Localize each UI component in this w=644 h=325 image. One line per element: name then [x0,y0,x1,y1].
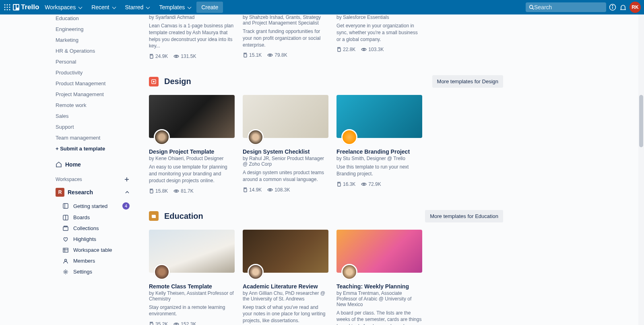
sidebar-cat-team-management[interactable]: Team management [52,132,133,143]
ws-item-members[interactable]: Members [52,255,133,266]
design-section-icon [149,77,159,86]
section-title-design: Design [164,77,191,86]
card-desc: Get everyone in your organization in syn… [336,23,422,43]
sidebar-cat-project-management[interactable]: Project Management [52,89,133,100]
workspace-row-research[interactable]: R Research [52,185,133,200]
sidebar-cat-personal[interactable]: Personal [52,56,133,67]
svg-point-41 [270,189,271,191]
boards-icon [63,215,69,220]
card-author: by Emma Trentman, Associate Professor of… [336,290,422,307]
svg-point-16 [612,5,613,6]
template-card[interactable]: Freelance Branding Project by Stu Smith,… [336,95,422,193]
ws-item-workspace-table[interactable]: Workspace table [52,245,133,255]
apps-icon[interactable] [3,3,11,11]
home-icon [56,161,62,168]
svg-rect-40 [244,189,247,192]
scrollbar-thumb[interactable] [639,95,643,147]
menu-recent[interactable]: Recent [87,2,119,13]
search-box[interactable] [526,2,606,12]
svg-rect-23 [63,227,68,230]
card-avatar [341,129,357,145]
ws-item-collections[interactable]: Collections [52,223,133,234]
template-card[interactable]: Teaching: Weekly Planning by Emma Trentm… [336,230,422,325]
gear-icon [63,269,69,275]
copy-icon [149,322,154,325]
svg-point-8 [9,9,10,10]
card-stats: 22.8K 103.3K [336,47,422,52]
template-card[interactable]: Design Project Template by Kene Ohiaeri,… [149,95,235,193]
template-card[interactable]: Remote Class Template by Kelly Theisen, … [149,230,235,325]
menu-workspaces[interactable]: Workspaces [41,2,86,13]
chevron-down-icon [146,4,149,10]
brand-logo[interactable]: Trello [13,3,39,11]
copy-icon [336,47,341,52]
svg-line-13 [533,8,534,9]
sidebar-cat-hr-operations[interactable]: HR & Operations [52,45,133,56]
user-avatar[interactable]: RK [630,2,641,13]
copy-icon [149,54,154,59]
board-icon [63,203,69,209]
card-author: by Ann Gillian Chu, PhD researcher @ the… [243,290,328,302]
menu-templates[interactable]: Templates [155,2,195,13]
search-input[interactable] [534,4,603,10]
eye-icon [361,182,367,187]
notification-badge: 4 [122,202,130,210]
sidebar-cat-product-management[interactable]: Product Management [52,78,133,89]
ws-item-settings[interactable]: Settings [52,266,133,277]
card-image [149,230,235,273]
sidebar-cat-marketing[interactable]: Marketing [52,35,133,45]
svg-point-0 [4,4,6,6]
card-author: by Shahzeb Irshad, Grants, Strategy and … [243,14,328,26]
sidebar-cat-support[interactable]: Support [52,121,133,132]
svg-point-1 [7,4,8,6]
sidebar-cat-sales[interactable]: Sales [52,111,133,121]
ws-item-highlights[interactable]: Highlights [52,234,133,245]
card-desc: An easy to use template for planning and… [149,164,235,184]
template-card[interactable]: by Salesforce Essentials Get everyone in… [336,14,422,59]
card-desc: A board per class. The lists are the wee… [336,310,422,325]
sidebar-cat-engineering[interactable]: Engineering [52,24,133,35]
svg-point-7 [7,9,8,10]
ws-item-getting-started[interactable]: Getting started 4 [52,200,133,212]
sidebar-cat-productivity[interactable]: Productivity [52,67,133,78]
eye-icon [173,322,179,325]
card-title: Design Project Template [149,148,235,155]
card-stats: 14.9K 108.3K [243,187,328,193]
copy-icon [243,53,248,58]
template-card[interactable]: Design System Checklist by Rahul JR, Sen… [243,95,328,193]
scrollbar[interactable] [638,14,644,325]
workspace-name: Research [68,189,93,195]
notification-icon[interactable] [619,3,627,11]
svg-point-2 [9,4,10,6]
card-stats: 15.8K 81.7K [149,188,235,194]
card-image [149,95,235,138]
menu-starred[interactable]: Starred [121,2,154,13]
svg-rect-24 [64,226,67,227]
more-templates-education[interactable]: More templates for Education [425,210,503,222]
sidebar-cat-education[interactable]: Education [52,13,133,24]
card-image [243,230,328,273]
chevron-up-icon [125,190,130,195]
ws-item-label: Workspace table [73,247,112,253]
sidebar-submit-template[interactable]: + Submit a template [52,143,133,154]
card-desc: A design system unites product teams aro… [243,169,328,183]
svg-rect-25 [63,248,68,252]
card-desc: Lean Canvas is a 1-page business plan te… [149,23,235,49]
create-button[interactable]: Create [196,2,223,13]
more-templates-design[interactable]: More templates for Design [432,75,503,88]
svg-point-3 [4,7,6,8]
template-card[interactable]: Academic Literature Review by Ann Gillia… [243,230,328,325]
ws-item-label: Highlights [73,236,96,242]
add-workspace-button[interactable] [124,177,130,182]
ws-item-boards[interactable]: Boards [52,212,133,223]
sidebar-home[interactable]: Home [52,158,133,171]
card-author: by Kene Ohiaeri, Product Designer [149,156,235,161]
template-card[interactable]: by Shahzeb Irshad, Grants, Strategy and … [243,14,328,59]
ws-item-label: Members [73,258,95,264]
svg-rect-11 [17,5,19,8]
sidebar-cat-remote-work[interactable]: Remote work [52,100,133,111]
template-card[interactable]: by Syarfandi Achmad Lean Canvas is a 1-p… [149,14,235,59]
heart-icon [63,237,69,242]
info-icon[interactable] [609,3,617,11]
main-content: by Syarfandi Achmad Lean Canvas is a 1-p… [133,14,519,325]
